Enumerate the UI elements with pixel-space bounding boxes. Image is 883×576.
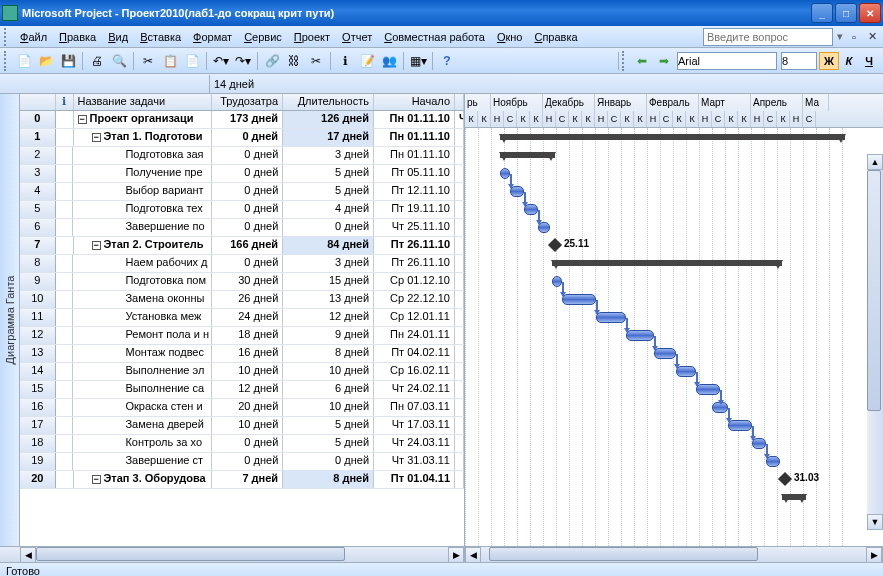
paste-button[interactable]: 📄 [182, 51, 202, 71]
task-row[interactable]: 15Выполнение са12 дней6 днейЧт 24.02.11 [20, 381, 464, 399]
task-row[interactable]: 7−Этап 2. Строитель166 дней84 днейПт 26.… [20, 237, 464, 255]
copy-button[interactable]: 📋 [160, 51, 180, 71]
menu-правка[interactable]: Правка [53, 29, 102, 45]
cell-start[interactable]: Пн 01.11.10 [374, 111, 455, 128]
cell-name[interactable]: Замена оконны [73, 291, 212, 308]
task-row[interactable]: 2Подготовка зая0 дней3 днейПн 01.11.10 [20, 147, 464, 165]
grid-hscroll[interactable]: ◀ ▶ [20, 547, 465, 563]
task-row[interactable]: 17Замена дверей10 дней5 днейЧт 17.03.11 [20, 417, 464, 435]
task-row[interactable]: 20−Этап 3. Оборудова7 дней8 днейПт 01.04… [20, 471, 464, 489]
row-id[interactable]: 14 [20, 363, 56, 380]
underline-button[interactable]: Ч [859, 52, 879, 70]
redo-button[interactable]: ↷▾ [233, 51, 253, 71]
cell-duration[interactable]: 17 дней [283, 129, 374, 146]
cell-extra[interactable] [455, 255, 464, 272]
task-row[interactable]: 14Выполнение эл10 дней10 днейСр 16.02.11 [20, 363, 464, 381]
outline-toggle[interactable]: − [92, 241, 101, 250]
cell-name[interactable]: Завершение по [73, 219, 212, 236]
row-id[interactable]: 16 [20, 399, 56, 416]
nav-back-button[interactable]: ⬅ [632, 51, 652, 71]
cell-extra[interactable] [455, 453, 464, 470]
task-row[interactable]: 19Завершение ст0 дней0 днейЧт 31.03.11 [20, 453, 464, 471]
assign-button[interactable]: 👥 [379, 51, 399, 71]
row-id[interactable]: 2 [20, 147, 56, 164]
cell-extra[interactable] [455, 309, 464, 326]
cell-work[interactable]: 7 дней [212, 471, 283, 488]
row-id[interactable]: 15 [20, 381, 56, 398]
task-row[interactable]: 1−Этап 1. Подготови0 дней17 днейПн 01.11… [20, 129, 464, 147]
row-id[interactable]: 1 [20, 129, 56, 146]
preview-button[interactable]: 🔍 [109, 51, 129, 71]
cell-work[interactable]: 24 дней [212, 309, 283, 326]
task-bar[interactable] [500, 168, 510, 179]
cell-start[interactable]: Пн 01.11.10 [374, 147, 455, 164]
cell-name[interactable]: Выполнение са [73, 381, 212, 398]
cell-name[interactable]: −Этап 1. Подготови [74, 129, 212, 146]
cell-extra[interactable] [455, 183, 464, 200]
grip-icon[interactable] [622, 51, 628, 71]
col-start[interactable]: Начало [374, 94, 455, 110]
cell-name[interactable]: Подготовка зая [73, 147, 212, 164]
cell-start[interactable]: Пн 07.03.11 [374, 399, 455, 416]
cell-name[interactable]: Подготовка тех [73, 201, 212, 218]
col-indicators[interactable]: ℹ [56, 94, 74, 110]
cell-start[interactable]: Пт 12.11.10 [374, 183, 455, 200]
cell-start[interactable]: Чт 24.02.11 [374, 381, 455, 398]
cell-name[interactable]: −Проект организаци [74, 111, 212, 128]
cell-name[interactable]: Выбор вариант [73, 183, 212, 200]
menu-сервис[interactable]: Сервис [238, 29, 288, 45]
menu-файл[interactable]: Файл [14, 29, 53, 45]
summary-bar[interactable] [500, 134, 845, 140]
cell-work[interactable]: 0 дней [212, 255, 283, 272]
restore-child-button[interactable]: ▫ [847, 30, 861, 44]
cell-duration[interactable]: 5 дней [283, 435, 374, 452]
cell-name[interactable]: Монтаж подвес [73, 345, 212, 362]
new-button[interactable]: 📄 [14, 51, 34, 71]
cell-name[interactable]: −Этап 2. Строитель [74, 237, 212, 254]
cell-name[interactable]: Контроль за хо [73, 435, 212, 452]
minimize-button[interactable]: _ [811, 3, 833, 23]
cell-start[interactable]: Пт 26.11.10 [374, 237, 455, 254]
cell-work[interactable]: 0 дней [212, 129, 283, 146]
entry-value[interactable]: 14 дней [210, 78, 254, 90]
cell-duration[interactable]: 15 дней [283, 273, 374, 290]
print-button[interactable]: 🖨 [87, 51, 107, 71]
cell-start[interactable]: Пн 01.11.10 [374, 129, 455, 146]
link-button[interactable]: 🔗 [262, 51, 282, 71]
note-button[interactable]: 📝 [357, 51, 377, 71]
menu-справка[interactable]: Справка [528, 29, 583, 45]
menu-проект[interactable]: Проект [288, 29, 336, 45]
close-button[interactable]: ✕ [859, 3, 881, 23]
cell-duration[interactable]: 8 дней [283, 345, 374, 362]
task-row[interactable]: 4Выбор вариант0 дней5 днейПт 12.11.10 [20, 183, 464, 201]
cell-work[interactable]: 173 дней [212, 111, 283, 128]
task-row[interactable]: 9Подготовка пом30 дней15 днейСр 01.12.10 [20, 273, 464, 291]
row-id[interactable]: 6 [20, 219, 56, 236]
scroll-right-button[interactable]: ▶ [448, 547, 464, 563]
task-bar[interactable] [552, 276, 562, 287]
task-bar[interactable] [562, 294, 596, 305]
gantt-hscroll[interactable]: ◀ ▶ [465, 547, 883, 563]
task-row[interactable]: 18Контроль за хо0 дней5 днейЧт 24.03.11 [20, 435, 464, 453]
cell-start[interactable]: Чт 25.11.10 [374, 219, 455, 236]
cell-extra[interactable] [455, 147, 464, 164]
summary-bar[interactable] [552, 260, 782, 266]
maximize-button[interactable]: □ [835, 3, 857, 23]
cell-duration[interactable]: 10 дней [283, 399, 374, 416]
italic-button[interactable]: К [839, 52, 859, 70]
cell-start[interactable]: Пн 24.01.11 [374, 327, 455, 344]
cell-duration[interactable]: 10 дней [283, 363, 374, 380]
task-row[interactable]: 11Установка меж24 дней12 днейСр 12.01.11 [20, 309, 464, 327]
task-row[interactable]: 13Монтаж подвес16 дней8 днейПт 04.02.11 [20, 345, 464, 363]
summary-bar[interactable] [782, 494, 806, 500]
menu-вставка[interactable]: Вставка [134, 29, 187, 45]
help-button[interactable]: ? [437, 51, 457, 71]
menu-отчет[interactable]: Отчет [336, 29, 378, 45]
cell-name[interactable]: Окраска стен и [73, 399, 212, 416]
row-id[interactable]: 7 [20, 237, 56, 254]
cell-work[interactable]: 0 дней [212, 453, 283, 470]
cell-name[interactable]: Замена дверей [73, 417, 212, 434]
cell-work[interactable]: 0 дней [212, 165, 283, 182]
cell-start[interactable]: Ср 12.01.11 [374, 309, 455, 326]
cut-button[interactable]: ✂ [138, 51, 158, 71]
